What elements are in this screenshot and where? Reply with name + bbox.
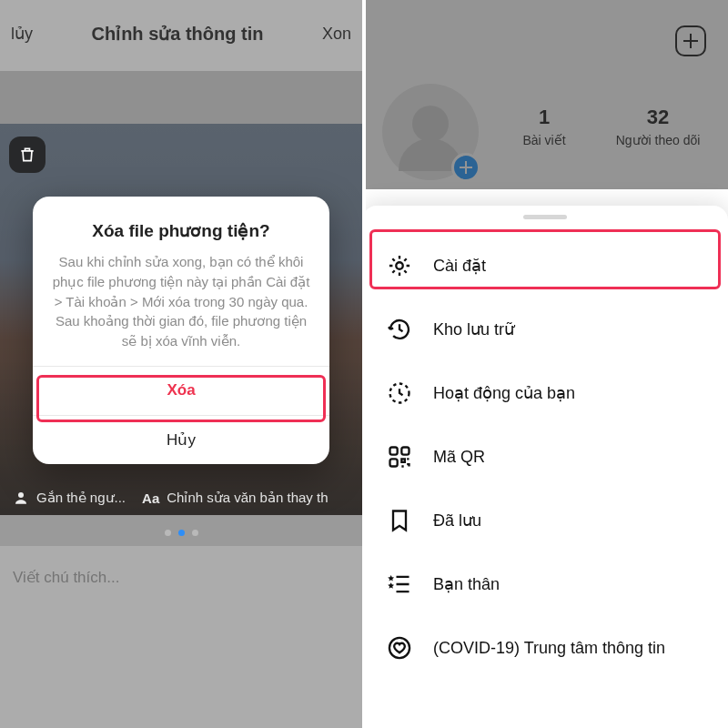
dialog-title: Xóa file phương tiện? (51, 220, 311, 241)
qr-icon (386, 443, 413, 470)
menu-activity[interactable]: Hoạt động của bạn (362, 361, 728, 425)
menu-label: Kho lưu trữ (433, 319, 514, 339)
archive-icon (386, 316, 413, 343)
edit-post-screen: Gắn thẻ ngư... Aa Chỉnh sửa văn bản thay… (0, 0, 362, 728)
profile-header: 1 Bài viết 32 Người theo dõi 83 Đang th (362, 0, 728, 189)
svg-rect-4 (401, 448, 409, 455)
menu-covid[interactable]: (COVID-19) Trung tâm thông tin (362, 616, 728, 680)
header-dim (0, 0, 362, 71)
options-sheet: Cài đặt Kho lưu trữ Hoạt động của bạn (362, 206, 728, 728)
menu-close-friends[interactable]: Bạn thân (362, 552, 728, 616)
heart-circle-icon (386, 634, 413, 662)
dialog-body: Sau khi chỉnh sửa xong, bạn có thể khôi … (51, 252, 311, 351)
menu-label: Mã QR (433, 448, 485, 467)
tag-people-button[interactable]: Gắn thẻ ngư... (13, 490, 126, 506)
gear-icon (386, 252, 413, 279)
menu-settings[interactable]: Cài đặt (362, 234, 728, 298)
list-star-icon (386, 571, 413, 598)
activity-icon (386, 379, 413, 407)
pane-divider (362, 0, 366, 728)
svg-point-6 (389, 638, 410, 658)
profile-menu-screen: 1 Bài viết 32 Người theo dõi 83 Đang th (362, 0, 728, 728)
menu-archive[interactable]: Kho lưu trữ (362, 298, 728, 361)
bookmark-icon (386, 507, 413, 534)
delete-media-button[interactable] (9, 136, 46, 173)
caption-dim (0, 546, 362, 728)
aa-icon: Aa (142, 490, 159, 506)
alt-text-button[interactable]: Aa Chỉnh sửa văn bản thay th (142, 490, 328, 506)
menu-label: Hoạt động của bạn (433, 383, 575, 403)
svg-point-0 (18, 492, 24, 498)
dialog-delete-button[interactable]: Xóa (33, 366, 329, 415)
menu-label: Đã lưu (433, 511, 481, 531)
sheet-grabber[interactable] (523, 215, 567, 219)
menu-qr[interactable]: Mã QR (362, 425, 728, 489)
profile-dim (362, 0, 728, 189)
menu-label: Bạn thân (433, 574, 500, 594)
carousel-dots (0, 530, 362, 536)
svg-rect-5 (390, 459, 398, 466)
svg-point-1 (396, 262, 402, 268)
image-toolbar: Gắn thẻ ngư... Aa Chỉnh sửa văn bản thay… (0, 482, 362, 513)
menu-saved[interactable]: Đã lưu (362, 489, 728, 552)
dialog-cancel-button[interactable]: Hủy (33, 415, 329, 464)
svg-rect-3 (390, 448, 398, 455)
delete-media-dialog: Xóa file phương tiện? Sau khi chỉnh sửa … (33, 197, 329, 464)
menu-label: (COVID-19) Trung tâm thông tin (433, 639, 665, 658)
menu-label: Cài đặt (433, 256, 486, 276)
